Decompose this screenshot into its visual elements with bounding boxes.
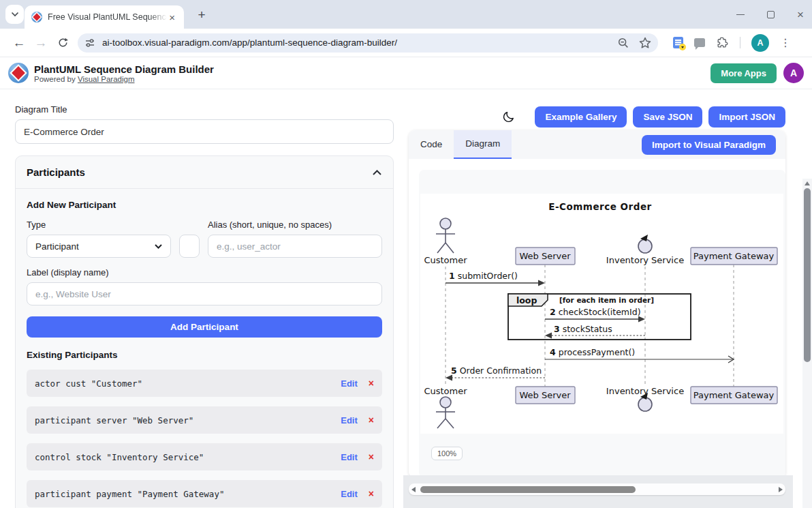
loop-label: loop <box>516 295 537 305</box>
participant-label-payment-bottom: Payment Gateway <box>693 390 775 400</box>
bookmark-star-icon[interactable] <box>639 37 651 49</box>
new-tab-button[interactable]: + <box>193 7 210 23</box>
reading-list-extension-icon[interactable] <box>673 37 683 48</box>
alias-input[interactable] <box>208 235 382 258</box>
import-json-button[interactable]: Import JSON <box>708 106 785 128</box>
scroll-left-icon[interactable] <box>409 487 418 492</box>
tab-diagram[interactable]: Diagram <box>454 130 512 159</box>
participant-row: actor cust "Customer" Edit × <box>27 370 382 397</box>
browser-tab[interactable]: Free Visual PlantUML Sequence × <box>25 5 184 29</box>
horizontal-scrollbar[interactable] <box>409 483 785 495</box>
visual-paradigm-logo <box>8 63 29 83</box>
browser-menu-icon[interactable]: ⋮ <box>780 36 791 49</box>
message-1-label: 1submitOrder() <box>449 271 518 281</box>
window-close-button[interactable]: × <box>796 9 805 20</box>
maximize-button[interactable] <box>766 8 775 20</box>
save-json-button[interactable]: Save JSON <box>633 106 702 128</box>
more-apps-button[interactable]: More Apps <box>710 63 777 83</box>
actor-customer-bottom <box>436 397 455 428</box>
color-swatch-input[interactable] <box>179 235 200 258</box>
tab-code[interactable]: Code <box>409 130 454 159</box>
minimize-button[interactable] <box>736 8 745 20</box>
message-4-label: 4processPayment() <box>550 347 635 357</box>
diagram-viewport[interactable]: E-Commerce Order <box>419 170 785 478</box>
control-icon-inventory-top <box>638 235 652 253</box>
edit-participant-link[interactable]: Edit <box>341 452 358 462</box>
reload-button[interactable] <box>52 32 74 54</box>
extensions-puzzle-icon[interactable] <box>716 36 729 49</box>
edit-participant-link[interactable]: Edit <box>341 378 358 389</box>
import-to-visual-paradigm-button[interactable]: Import to Visual Paradigm <box>642 135 776 155</box>
powered-by-prefix: Powered by <box>34 75 78 83</box>
participant-code: actor cust "Customer" <box>35 378 341 389</box>
display-name-input[interactable] <box>27 282 382 305</box>
zoom-level-badge[interactable]: 100% <box>431 447 463 460</box>
visual-paradigm-favicon <box>31 12 42 23</box>
tab-title: Free Visual PlantUML Sequence <box>48 12 167 22</box>
participant-code: control stock "Inventory Service" <box>35 452 341 462</box>
editor-panel: Diagram Title Participants Add New Parti… <box>15 104 394 508</box>
participant-label-customer-bottom: Customer <box>424 386 467 396</box>
sequence-diagram-canvas[interactable]: E-Commerce Order <box>420 194 783 434</box>
back-button[interactable]: ← <box>8 32 30 54</box>
app-user-avatar[interactable]: A <box>783 63 804 83</box>
app-title: PlantUML Sequence Diagram Builder <box>34 63 214 75</box>
preview-panel: Example Gallery Save JSON Import JSON Co… <box>409 106 785 478</box>
comment-icon[interactable] <box>694 38 705 47</box>
participant-type-select[interactable]: Participant <box>27 235 171 258</box>
participant-row: participant server "Web Server" Edit × <box>27 406 382 434</box>
participant-code: participant server "Web Server" <box>35 415 341 425</box>
add-new-participant-heading: Add New Participant <box>27 200 382 210</box>
message-5-label: 5Order Confirmation <box>451 365 542 376</box>
existing-participants-heading: Existing Participants <box>27 350 382 360</box>
site-settings-icon[interactable] <box>84 38 95 48</box>
chevron-down-icon <box>11 12 19 17</box>
scroll-up-icon[interactable] <box>805 181 810 185</box>
diagram-title-input[interactable] <box>15 119 394 144</box>
edit-participant-link[interactable]: Edit <box>341 489 358 499</box>
delete-participant-icon[interactable]: × <box>369 488 374 499</box>
diagram-card: Code Diagram Import to Visual Paradigm E… <box>409 130 785 478</box>
vertical-scroll-thumb[interactable] <box>804 188 811 362</box>
browser-tabstrip: Free Visual PlantUML Sequence × + × <box>0 0 812 29</box>
message-2-label: 2checkStock(itemId) <box>550 307 641 317</box>
participant-type-value: Participant <box>35 241 79 252</box>
participant-code: participant payment "Payment Gateway" <box>35 489 341 499</box>
participant-label-web-server: Web Server <box>519 251 571 261</box>
window-controls: × <box>736 0 805 29</box>
tab-close-icon[interactable]: × <box>167 12 177 23</box>
browser-toolbar: ← → ai-toolbox.visual-paradigm.com/app/p… <box>0 29 812 57</box>
forward-button: → <box>30 32 52 54</box>
horizontal-scroll-track[interactable] <box>418 483 776 495</box>
delete-participant-icon[interactable]: × <box>369 378 374 389</box>
url-text[interactable]: ai-toolbox.visual-paradigm.com/app/plant… <box>102 38 612 48</box>
scroll-right-icon[interactable] <box>776 487 785 492</box>
participants-heading: Participants <box>27 166 85 178</box>
diagram-title-text: E-Commerce Order <box>548 201 651 212</box>
participant-label-customer: Customer <box>424 255 467 265</box>
visual-paradigm-link[interactable]: Visual Paradigm <box>78 75 135 83</box>
participant-label-payment: Payment Gateway <box>693 251 775 261</box>
zoom-out-icon[interactable] <box>617 37 629 49</box>
edit-participant-link[interactable]: Edit <box>341 415 358 425</box>
reload-icon <box>57 37 69 48</box>
message-3-label: 3stockStatus <box>554 324 612 334</box>
dark-mode-toggle[interactable] <box>502 110 515 123</box>
sequence-diagram: E-Commerce Order <box>420 194 783 434</box>
example-gallery-button[interactable]: Example Gallery <box>535 106 627 128</box>
toolbar-divider <box>740 37 740 48</box>
vertical-scrollbar[interactable] <box>802 179 812 508</box>
horizontal-scroll-thumb[interactable] <box>420 486 636 493</box>
participant-label-inventory: Inventory Service <box>606 255 684 265</box>
delete-participant-icon[interactable]: × <box>369 451 374 462</box>
type-label: Type <box>27 220 171 230</box>
display-name-label: Label (display name) <box>27 267 382 278</box>
tab-search-button[interactable] <box>5 5 24 24</box>
browser-profile-avatar[interactable]: A <box>751 34 769 52</box>
add-participant-button[interactable]: Add Participant <box>27 316 382 338</box>
diagram-title-label: Diagram Title <box>15 104 394 115</box>
delete-participant-icon[interactable]: × <box>369 415 374 425</box>
chevron-down-icon <box>155 244 162 249</box>
chevron-up-icon[interactable] <box>372 169 382 176</box>
url-bar[interactable]: ai-toolbox.visual-paradigm.com/app/plant… <box>78 33 658 53</box>
